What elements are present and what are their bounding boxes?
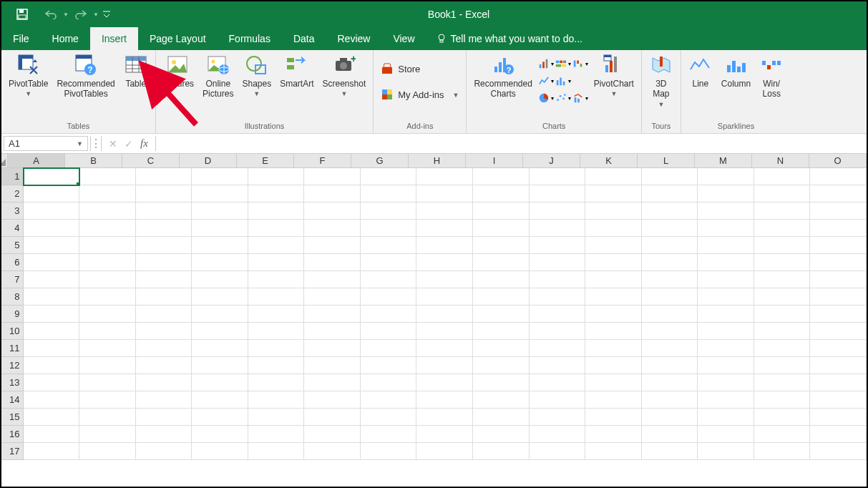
cell[interactable]: [361, 374, 417, 391]
cell[interactable]: [642, 185, 698, 202]
cancel-formula-button[interactable]: ✕: [109, 138, 117, 150]
cell[interactable]: [754, 288, 811, 306]
cell[interactable]: [754, 168, 811, 185]
undo-button[interactable]: [42, 5, 60, 24]
store-button[interactable]: Store: [378, 59, 423, 79]
cell[interactable]: [698, 323, 754, 340]
cell[interactable]: [248, 391, 305, 409]
cell[interactable]: [361, 202, 417, 220]
cell[interactable]: [416, 185, 473, 202]
cell[interactable]: [248, 374, 305, 391]
column-header[interactable]: F: [294, 154, 351, 167]
cell[interactable]: [192, 237, 248, 254]
cell[interactable]: [304, 254, 361, 271]
cell[interactable]: [24, 340, 80, 357]
scatter-chart-button[interactable]: ▾: [555, 90, 571, 106]
cell[interactable]: [754, 271, 811, 288]
column-header[interactable]: I: [466, 154, 523, 167]
cell[interactable]: [642, 426, 698, 443]
cell[interactable]: [136, 374, 192, 391]
recommended-charts-button[interactable]: ? Recommended Charts: [471, 53, 535, 119]
cell[interactable]: [136, 271, 192, 288]
cell[interactable]: [416, 306, 473, 323]
cell[interactable]: [473, 185, 530, 202]
cell[interactable]: [416, 202, 473, 220]
cell[interactable]: [248, 271, 305, 288]
cell[interactable]: [79, 185, 136, 202]
cell[interactable]: [361, 168, 417, 185]
cell[interactable]: [192, 168, 248, 185]
online-pictures-button[interactable]: Online Pictures: [200, 53, 236, 119]
cell[interactable]: [698, 340, 754, 357]
cell[interactable]: [136, 409, 192, 426]
row-header[interactable]: 12: [1, 357, 24, 374]
cell[interactable]: [24, 374, 80, 391]
cell[interactable]: [416, 237, 473, 254]
cell[interactable]: [585, 443, 642, 460]
cell[interactable]: [136, 168, 192, 185]
cell[interactable]: [304, 340, 361, 357]
cell[interactable]: [79, 237, 136, 254]
cell[interactable]: [473, 409, 530, 426]
cell[interactable]: [473, 443, 530, 460]
formula-input[interactable]: [155, 136, 867, 151]
row-header[interactable]: 3: [1, 202, 24, 220]
row-header[interactable]: 17: [1, 443, 24, 460]
select-all-corner[interactable]: [1, 154, 8, 167]
cell[interactable]: [361, 220, 417, 237]
cell[interactable]: [473, 288, 530, 306]
cell[interactable]: [473, 391, 530, 409]
cell[interactable]: [810, 202, 867, 220]
cell[interactable]: [361, 185, 417, 202]
cell[interactable]: [361, 340, 417, 357]
cell[interactable]: [473, 220, 530, 237]
column-header[interactable]: G: [351, 154, 409, 167]
enter-formula-button[interactable]: ✓: [125, 138, 133, 150]
tab-insert[interactable]: Insert: [90, 27, 138, 50]
cell[interactable]: [79, 168, 136, 185]
cell[interactable]: [754, 202, 811, 220]
cell[interactable]: [530, 340, 586, 357]
cell[interactable]: [136, 443, 192, 460]
cell[interactable]: [642, 409, 698, 426]
cell[interactable]: [416, 409, 473, 426]
cell[interactable]: [24, 254, 80, 271]
cell[interactable]: [192, 409, 248, 426]
tab-formulas[interactable]: Formulas: [218, 27, 282, 50]
cell[interactable]: [361, 237, 417, 254]
cell[interactable]: [530, 374, 586, 391]
cell[interactable]: [304, 202, 361, 220]
cell[interactable]: [361, 323, 417, 340]
cell[interactable]: [698, 237, 754, 254]
row-header[interactable]: 5: [1, 237, 24, 254]
column-header[interactable]: B: [65, 154, 122, 167]
cell[interactable]: [810, 168, 867, 185]
cell[interactable]: [642, 323, 698, 340]
cell[interactable]: [416, 220, 473, 237]
tab-review[interactable]: Review: [326, 27, 382, 50]
cell[interactable]: [136, 185, 192, 202]
sparkline-winloss-button[interactable]: Win/ Loss: [756, 53, 786, 119]
cell[interactable]: [79, 288, 136, 306]
cell[interactable]: [810, 443, 867, 460]
cell[interactable]: [530, 168, 586, 185]
cell[interactable]: [416, 340, 473, 357]
line-chart-button[interactable]: ▾: [538, 73, 554, 89]
cell[interactable]: [810, 254, 867, 271]
combo-chart-button[interactable]: ▾: [572, 90, 588, 106]
cell[interactable]: [192, 426, 248, 443]
cell[interactable]: [585, 237, 642, 254]
cell[interactable]: [79, 271, 136, 288]
tab-page-layout[interactable]: Page Layout: [138, 27, 218, 50]
cell[interactable]: [192, 185, 248, 202]
screenshot-button[interactable]: + Screenshot ▼: [320, 53, 369, 119]
cell[interactable]: [79, 340, 136, 357]
name-box[interactable]: A1 ▼: [4, 136, 88, 151]
cell[interactable]: [585, 220, 642, 237]
cell[interactable]: [79, 391, 136, 409]
cell[interactable]: [530, 271, 586, 288]
cell[interactable]: [24, 306, 80, 323]
cell[interactable]: [24, 357, 80, 374]
sparkline-column-button[interactable]: Column: [718, 53, 754, 119]
pivotchart-button[interactable]: PivotChart ▼: [591, 53, 637, 119]
